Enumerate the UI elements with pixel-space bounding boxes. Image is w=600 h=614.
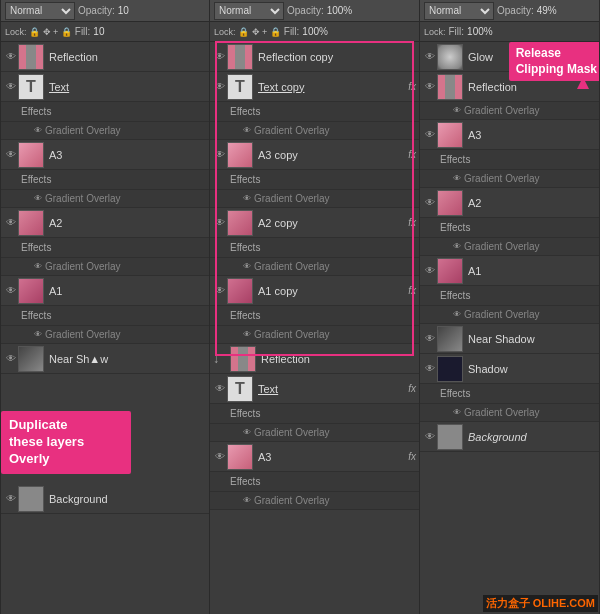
layer-row-near-right[interactable]: 👁 Near Shadow bbox=[420, 324, 599, 354]
layer-sub-a3-gradient-right: 👁 Gradient Overlay bbox=[420, 170, 599, 188]
layer-row-reflection-mid[interactable]: ↓ Reflection bbox=[210, 344, 419, 374]
layer-name-a3-left: A3 bbox=[49, 149, 206, 161]
blend-mode-select-left[interactable]: Normal bbox=[5, 2, 75, 20]
eye-icon-a3-mid[interactable]: 👁 bbox=[213, 450, 227, 464]
layer-row-bg-left[interactable]: 👁 Background bbox=[1, 484, 209, 514]
panel-left: Normal Opacity: 10 Lock: 🔒 ✥ + 🔒 Fill: 1… bbox=[0, 0, 210, 614]
layer-row-text-left[interactable]: 👁 T Text bbox=[1, 72, 209, 102]
fill-val-mid: 100% bbox=[302, 26, 328, 37]
panel-left-header1: Normal Opacity: 10 bbox=[1, 0, 209, 22]
fill-label-right: Fill: bbox=[449, 26, 465, 37]
gradient-text-copy: Gradient Overlay bbox=[254, 125, 330, 136]
layer-sub-a2-copy-gradient: 👁 Gradient Overlay bbox=[210, 258, 419, 276]
layer-sub-text-copy-effects: Effects bbox=[210, 102, 419, 122]
layer-row-text-copy[interactable]: 👁 T Text copy fx bbox=[210, 72, 419, 102]
layer-row-reflection-copy[interactable]: 👁 Reflection copy bbox=[210, 42, 419, 72]
eye-icon-reflection-left[interactable]: 👁 bbox=[4, 50, 18, 64]
layer-sub-text-effects-left: Effects bbox=[1, 102, 209, 122]
eye-icon-a3-copy[interactable]: 👁 bbox=[213, 148, 227, 162]
fx-badge-a2-copy: fx bbox=[408, 217, 416, 228]
eye-sub-a3-right[interactable]: 👁 bbox=[450, 172, 464, 186]
layer-row-a1-copy[interactable]: 👁 A1 copy fx bbox=[210, 276, 419, 306]
layer-row-shadow-right[interactable]: 👁 Shadow bbox=[420, 354, 599, 384]
release-line1: Release bbox=[516, 46, 561, 60]
eye-sub-a2-right[interactable]: 👁 bbox=[450, 240, 464, 254]
layer-row-a2-right[interactable]: 👁 A2 bbox=[420, 188, 599, 218]
panel-left-header2: Lock: 🔒 ✥ + 🔒 Fill: 10 bbox=[1, 22, 209, 42]
layer-sub-a3-mid-gradient: 👁 Gradient Overlay bbox=[210, 492, 419, 510]
blend-mode-select-right[interactable]: Normal bbox=[424, 2, 494, 20]
layer-row-text-mid[interactable]: 👁 T Text fx bbox=[210, 374, 419, 404]
layer-sub-a1-copy-gradient: 👁 Gradient Overlay bbox=[210, 326, 419, 344]
opacity-val-left: 10 bbox=[118, 5, 129, 16]
eye-icon-bg-right[interactable]: 👁 bbox=[423, 430, 437, 444]
thumb-reflection-copy bbox=[227, 44, 253, 70]
thumb-reflection-left bbox=[18, 44, 44, 70]
layer-row-a2-copy[interactable]: 👁 A2 copy fx bbox=[210, 208, 419, 238]
blend-mode-select-mid[interactable]: Normal bbox=[214, 2, 284, 20]
effects-text-mid: Effects bbox=[230, 408, 260, 419]
eye-icon-text-mid[interactable]: 👁 bbox=[213, 382, 227, 396]
eye-sub-a2-left[interactable]: 👁 bbox=[31, 260, 45, 274]
eye-icon-a1-copy[interactable]: 👁 bbox=[213, 284, 227, 298]
panel-right-content: 👁 Glow Release Clipping Mask 👁 Reflectio… bbox=[420, 42, 599, 614]
gradient-reflection-right: Gradient Overlay bbox=[464, 105, 540, 116]
layer-name-reflection-mid: Reflection bbox=[261, 353, 416, 365]
eye-icon-a2-left[interactable]: 👁 bbox=[4, 216, 18, 230]
panel-right-header2: Lock: Fill: 100% bbox=[420, 22, 599, 42]
gradient-a3-mid: Gradient Overlay bbox=[254, 495, 330, 506]
eye-icon-text-copy[interactable]: 👁 bbox=[213, 80, 227, 94]
eye-icon-a2-right[interactable]: 👁 bbox=[423, 196, 437, 210]
eye-icon-a1-left[interactable]: 👁 bbox=[4, 284, 18, 298]
layer-name-a1-left: A1 bbox=[49, 285, 206, 297]
eye-icon-reflection-right[interactable]: 👁 bbox=[423, 80, 437, 94]
effects-a3-copy: Effects bbox=[230, 174, 260, 185]
eye-sub-a3-mid[interactable]: 👁 bbox=[240, 494, 254, 508]
gradient-a2-right: Gradient Overlay bbox=[464, 241, 540, 252]
thumb-near-left bbox=[18, 346, 44, 372]
eye-icon-bg-left[interactable]: 👁 bbox=[4, 492, 18, 506]
watermark: 活力盒子 OLIHE.COM bbox=[483, 595, 598, 612]
gradient-label: Gradient Overlay bbox=[45, 125, 121, 136]
layer-row-glow-right[interactable]: 👁 Glow Release Clipping Mask bbox=[420, 42, 599, 72]
eye-icon-a3-left[interactable]: 👁 bbox=[4, 148, 18, 162]
layer-row-a1-left[interactable]: 👁 A1 bbox=[1, 276, 209, 306]
eye-icon-a2-copy[interactable]: 👁 bbox=[213, 216, 227, 230]
thumb-glow-right bbox=[437, 44, 463, 70]
thumb-a3-copy bbox=[227, 142, 253, 168]
eye-sub-a3-copy[interactable]: 👁 bbox=[240, 192, 254, 206]
layer-row-a2-left[interactable]: 👁 A2 bbox=[1, 208, 209, 238]
eye-icon-a3-right[interactable]: 👁 bbox=[423, 128, 437, 142]
layer-row-bg-right[interactable]: 👁 Background bbox=[420, 422, 599, 452]
layer-sub-a3-effects-right: Effects bbox=[420, 150, 599, 170]
layer-row-a1-right[interactable]: 👁 A1 bbox=[420, 256, 599, 286]
eye-sub-shadow-right[interactable]: 👁 bbox=[450, 406, 464, 420]
layer-row-near-left[interactable]: 👁 Near Sh▲w bbox=[1, 344, 209, 374]
layer-row-a3-left[interactable]: 👁 A3 bbox=[1, 140, 209, 170]
eye-sub-a2-copy[interactable]: 👁 bbox=[240, 260, 254, 274]
layer-row-a3-right[interactable]: 👁 A3 bbox=[420, 120, 599, 150]
eye-icon-text-left[interactable]: 👁 bbox=[4, 80, 18, 94]
annotation-line1: Duplicate bbox=[9, 417, 68, 432]
eye-sub-a1-right[interactable]: 👁 bbox=[450, 308, 464, 322]
eye-sub-text-copy[interactable]: 👁 bbox=[240, 124, 254, 138]
panel-mid: Normal Opacity: 100% Lock: 🔒 ✥ + 🔒 Fill:… bbox=[210, 0, 420, 614]
layer-row-reflection-left[interactable]: 👁 Reflection bbox=[1, 42, 209, 72]
layer-name-bg-right: Background bbox=[468, 431, 596, 443]
eye-sub-gradient-text-left[interactable]: 👁 bbox=[31, 124, 45, 138]
eye-icon-shadow-right[interactable]: 👁 bbox=[423, 362, 437, 376]
eye-icon-a1-right[interactable]: 👁 bbox=[423, 264, 437, 278]
eye-icon-near-right[interactable]: 👁 bbox=[423, 332, 437, 346]
fx-badge-text-copy: fx bbox=[408, 81, 416, 92]
eye-sub-text-mid[interactable]: 👁 bbox=[240, 426, 254, 440]
eye-icon-glow-right[interactable]: 👁 bbox=[423, 50, 437, 64]
eye-icon-reflection-copy[interactable]: 👁 bbox=[213, 50, 227, 64]
eye-sub-reflection-right[interactable]: 👁 bbox=[450, 104, 464, 118]
eye-sub-a3-left[interactable]: 👁 bbox=[31, 192, 45, 206]
annotation-line3: Overly bbox=[9, 451, 49, 466]
eye-sub-a1-copy[interactable]: 👁 bbox=[240, 328, 254, 342]
layer-row-a3-copy[interactable]: 👁 A3 copy fx bbox=[210, 140, 419, 170]
eye-sub-a1-left[interactable]: 👁 bbox=[31, 328, 45, 342]
layer-row-a3-mid[interactable]: 👁 A3 fx bbox=[210, 442, 419, 472]
eye-icon-near-left[interactable]: 👁 bbox=[4, 352, 18, 366]
